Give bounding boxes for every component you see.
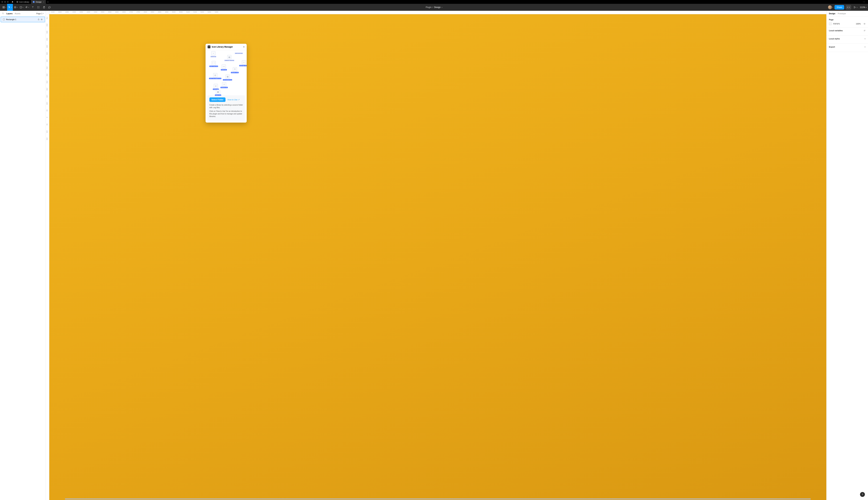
icon-grid-item[interactable]: ⋮⋮chart--3-axis.svg (209, 61, 218, 67)
icon-grid-item[interactable]: ⠿network--1.svg (231, 67, 239, 73)
breadcrumb-current: Design (434, 6, 441, 9)
resources-tool[interactable] (36, 4, 41, 11)
page-label: Page 1 (36, 12, 42, 14)
canvas[interactable]: 4150420042504300435044004450450045504600… (46, 11, 826, 500)
page-selector[interactable]: Page 1 ▾ (36, 12, 44, 14)
svg-rect-0 (3, 7, 3, 7)
close-icon[interactable]: × (243, 45, 244, 48)
chevron-down-icon: ▾ (5, 7, 6, 8)
settings-icon[interactable] (864, 30, 866, 32)
share-button[interactable]: Share (834, 5, 844, 10)
tab-design[interactable]: Design × (31, 0, 46, 4)
tab-icon-library[interactable]: Icon Library (14, 0, 31, 4)
svg-rect-10 (38, 19, 39, 20)
artboard-rectangle[interactable] (49, 14, 826, 500)
plus-icon[interactable]: + (865, 46, 866, 48)
new-tab-button[interactable]: + (46, 0, 50, 4)
plugin-window[interactable]: </> Icon Library Manager × ▫assets.svgpa… (206, 44, 247, 123)
breadcrumb-parent: Plugin (426, 6, 431, 9)
layers-tab[interactable]: Layers (7, 12, 12, 14)
select-folder-button[interactable]: Select Folder (209, 98, 226, 102)
document-tabs: Icon Library Design × + (14, 0, 50, 4)
local-variables-section[interactable]: Local variables (826, 27, 868, 36)
icon-grid-item[interactable]: ▤collection--card.svg (224, 55, 235, 61)
text-tool[interactable] (30, 4, 36, 11)
dev-mode-button[interactable] (846, 5, 851, 10)
search-icon[interactable] (2, 12, 4, 14)
visibility-icon[interactable] (41, 19, 43, 21)
icon-label: chart--3-axis.svg (209, 66, 218, 67)
toolbar: ▾ ▾ ▾ ▾ ▾ Plugin / (0, 4, 868, 11)
more-icon[interactable]: ⋯ (862, 1, 867, 3)
avatar[interactable] (828, 5, 832, 9)
assets-tab[interactable]: Assets (14, 12, 20, 14)
tab-label: Design (36, 1, 42, 3)
page-section: Page F5F5F5 100% (826, 16, 868, 27)
help-button[interactable]: ? (860, 492, 865, 497)
chevron-down-icon[interactable]: ▾ (832, 7, 833, 8)
ruler-horizontal: 4150420042504300435044004450450045504600… (49, 11, 826, 14)
icon-label: chart-stacked.svg (223, 79, 232, 81)
icon-grid-item[interactable]: ◎chart--venn-diagram.svg (209, 73, 221, 79)
unlock-icon[interactable] (38, 19, 39, 21)
export-section[interactable]: Export + (826, 44, 868, 52)
comment-tool[interactable] (47, 4, 52, 11)
ruler-vertical: -700-650-600-550-500-450-400-350-300-250… (46, 14, 49, 500)
svg-rect-1 (4, 7, 4, 7)
icon-grid-item[interactable]: ◦◦◦events.svg (221, 65, 227, 70)
right-panel-tabs: Design Prototype (826, 11, 868, 16)
left-panel-header: Layers Assets Page 1 ▾ (0, 11, 46, 16)
shape-tool[interactable]: ▾ (19, 4, 24, 11)
color-opacity[interactable]: 100% (856, 23, 861, 25)
icon-grid-item[interactable]: ⌂wirelesss.svg (220, 82, 228, 88)
zoom-value: 111% (860, 6, 865, 9)
zoom-control[interactable]: 111% ▾ (860, 6, 867, 9)
svg-point-5 (37, 7, 38, 7)
plugin-icon: </> (208, 45, 210, 48)
icon-label: wirelesss.svg (220, 87, 228, 88)
icon-grid-item[interactable]: paint-brush.svg (235, 53, 243, 54)
doc-icon (33, 1, 35, 3)
icon-grid-item[interactable]: ◦◦heat-map--02.svg (239, 60, 247, 66)
ruler-corner (46, 11, 49, 14)
chevron-down-icon: ▾ (11, 7, 12, 8)
plugin-header[interactable]: </> Icon Library Manager × (206, 44, 247, 50)
icon-thumb: ◉ (216, 90, 220, 94)
frame-tool[interactable]: ▾ (13, 4, 19, 11)
chevron-down-icon: ▾ (17, 7, 18, 8)
prototype-tab[interactable]: Prototype (838, 12, 846, 14)
icon-label: paint-brush.svg (235, 53, 243, 54)
visibility-icon[interactable] (864, 23, 866, 25)
icon-grid-item[interactable]: ▥chart-stacked.svg (223, 75, 232, 81)
main-menu-button[interactable]: ▾ (1, 4, 7, 11)
home-button[interactable] (10, 0, 14, 4)
icon-label: chart--venn-diagram.svg (209, 78, 221, 79)
how-to-use-link[interactable]: How to Use ↗ (228, 99, 240, 101)
color-hex[interactable]: F5F5F5 (833, 23, 840, 25)
icon-grid-item[interactable]: ▫assets.svg (210, 51, 216, 57)
page-background-row[interactable]: F5F5F5 100% (829, 22, 866, 25)
icon-thumb: ⌂ (222, 82, 226, 86)
color-swatch[interactable] (829, 22, 832, 25)
layer-row[interactable]: Rectangle 1 (1, 17, 45, 22)
hand-tool[interactable] (41, 4, 47, 11)
present-button[interactable]: ▾ (853, 6, 858, 9)
icon-thumb: ◦◦ (242, 60, 246, 65)
scrollbar-horizontal[interactable] (65, 498, 811, 499)
plus-icon[interactable]: + (865, 38, 866, 40)
icon-grid-item[interactable]: ∞infinite.svg (213, 84, 219, 90)
icon-grid-item[interactable]: ◉watson.svg (215, 90, 221, 96)
window-controls[interactable] (1, 1, 9, 3)
plugin-footer: Select Folder How to Use ↗ Create a libr… (207, 95, 245, 121)
local-styles-section[interactable]: Local styles + (826, 36, 868, 44)
pen-tool[interactable]: ▾ (24, 4, 30, 11)
section-title: Export (829, 46, 835, 48)
design-tab[interactable]: Design (829, 12, 835, 14)
breadcrumb[interactable]: Plugin / Design ▾ (426, 6, 442, 9)
breadcrumb-sep: / (432, 6, 433, 9)
close-icon[interactable]: × (43, 1, 44, 3)
chevron-down-icon: ▾ (23, 7, 23, 8)
chevron-down-icon: ▾ (442, 7, 442, 8)
move-tool[interactable]: ▾ (7, 4, 13, 11)
icon-label: events.svg (221, 69, 227, 70)
